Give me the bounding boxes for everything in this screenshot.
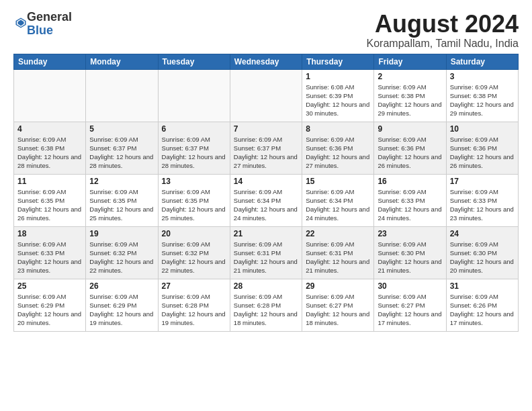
calendar-cell: 23Sunrise: 6:09 AM Sunset: 6:30 PM Dayli… — [374, 226, 446, 279]
day-number: 29 — [306, 281, 370, 291]
day-number: 16 — [378, 177, 442, 186]
day-info: Sunrise: 6:09 AM Sunset: 6:30 PM Dayligh… — [450, 240, 515, 275]
calendar-header-row: SundayMondayTuesdayWednesdayThursdayFrid… — [14, 54, 519, 69]
day-info: Sunrise: 6:09 AM Sunset: 6:36 PM Dayligh… — [306, 135, 370, 171]
logo-general-text: General — [27, 10, 72, 24]
day-number: 1 — [306, 72, 370, 81]
weekday-header-tuesday: Tuesday — [158, 54, 230, 69]
calendar-week-1: 1Sunrise: 6:08 AM Sunset: 6:39 PM Daylig… — [14, 69, 519, 122]
logo-blue-text: Blue — [27, 24, 53, 37]
calendar-cell: 31Sunrise: 6:09 AM Sunset: 6:26 PM Dayli… — [446, 279, 518, 331]
day-info: Sunrise: 6:09 AM Sunset: 6:32 PM Dayligh… — [89, 240, 154, 275]
day-info: Sunrise: 6:09 AM Sunset: 6:29 PM Dayligh… — [89, 292, 154, 328]
day-number: 8 — [306, 124, 370, 134]
day-number: 26 — [89, 281, 154, 291]
calendar-cell: 29Sunrise: 6:09 AM Sunset: 6:27 PM Dayli… — [302, 279, 374, 331]
calendar-week-3: 11Sunrise: 6:09 AM Sunset: 6:35 PM Dayli… — [14, 174, 519, 226]
day-info: Sunrise: 6:09 AM Sunset: 6:27 PM Dayligh… — [306, 292, 370, 328]
day-info: Sunrise: 6:09 AM Sunset: 6:30 PM Dayligh… — [378, 240, 442, 275]
calendar-cell: 3Sunrise: 6:09 AM Sunset: 6:38 PM Daylig… — [446, 69, 518, 122]
calendar-cell: 10Sunrise: 6:09 AM Sunset: 6:36 PM Dayli… — [446, 122, 518, 174]
calendar-cell: 7Sunrise: 6:09 AM Sunset: 6:37 PM Daylig… — [230, 122, 302, 174]
day-number: 14 — [234, 177, 298, 186]
day-info: Sunrise: 6:09 AM Sunset: 6:38 PM Dayligh… — [17, 135, 82, 171]
day-number: 31 — [450, 281, 515, 291]
calendar-cell: 25Sunrise: 6:09 AM Sunset: 6:29 PM Dayli… — [14, 279, 86, 331]
calendar-cell: 15Sunrise: 6:09 AM Sunset: 6:34 PM Dayli… — [302, 174, 374, 226]
day-info: Sunrise: 6:09 AM Sunset: 6:36 PM Dayligh… — [450, 135, 515, 171]
calendar-table: SundayMondayTuesdayWednesdayThursdayFrid… — [13, 54, 519, 332]
calendar-week-5: 25Sunrise: 6:09 AM Sunset: 6:29 PM Dayli… — [14, 279, 519, 331]
calendar-cell — [158, 69, 230, 122]
day-info: Sunrise: 6:09 AM Sunset: 6:32 PM Dayligh… — [162, 240, 226, 275]
calendar-cell: 19Sunrise: 6:09 AM Sunset: 6:32 PM Dayli… — [86, 226, 158, 279]
calendar-cell: 1Sunrise: 6:08 AM Sunset: 6:39 PM Daylig… — [302, 69, 374, 122]
day-number: 9 — [378, 124, 442, 134]
day-number: 13 — [162, 177, 226, 186]
weekday-header-wednesday: Wednesday — [230, 54, 302, 69]
day-number: 12 — [89, 177, 154, 186]
calendar-cell: 5Sunrise: 6:09 AM Sunset: 6:37 PM Daylig… — [86, 122, 158, 174]
day-info: Sunrise: 6:09 AM Sunset: 6:29 PM Dayligh… — [17, 292, 82, 328]
day-info: Sunrise: 6:09 AM Sunset: 6:35 PM Dayligh… — [162, 187, 226, 223]
day-info: Sunrise: 6:09 AM Sunset: 6:28 PM Dayligh… — [234, 292, 298, 328]
calendar-cell — [230, 69, 302, 122]
calendar-cell: 26Sunrise: 6:09 AM Sunset: 6:29 PM Dayli… — [86, 279, 158, 331]
day-info: Sunrise: 6:09 AM Sunset: 6:31 PM Dayligh… — [306, 240, 370, 275]
calendar-cell: 22Sunrise: 6:09 AM Sunset: 6:31 PM Dayli… — [302, 226, 374, 279]
day-number: 28 — [234, 281, 298, 291]
day-number: 25 — [17, 281, 82, 291]
weekday-header-sunday: Sunday — [14, 54, 86, 69]
calendar-body: 1Sunrise: 6:08 AM Sunset: 6:39 PM Daylig… — [14, 69, 519, 331]
logo-icon — [15, 17, 27, 29]
day-number: 3 — [450, 72, 515, 81]
calendar-cell: 6Sunrise: 6:09 AM Sunset: 6:37 PM Daylig… — [158, 122, 230, 174]
day-number: 15 — [306, 177, 370, 186]
day-number: 2 — [378, 72, 442, 81]
day-info: Sunrise: 6:09 AM Sunset: 6:37 PM Dayligh… — [89, 135, 154, 171]
day-number: 21 — [234, 229, 298, 238]
calendar-cell: 20Sunrise: 6:09 AM Sunset: 6:32 PM Dayli… — [158, 226, 230, 279]
calendar-cell: 12Sunrise: 6:09 AM Sunset: 6:35 PM Dayli… — [86, 174, 158, 226]
calendar-week-2: 4Sunrise: 6:09 AM Sunset: 6:38 PM Daylig… — [14, 122, 519, 174]
calendar-cell: 17Sunrise: 6:09 AM Sunset: 6:33 PM Dayli… — [446, 174, 518, 226]
day-info: Sunrise: 6:09 AM Sunset: 6:31 PM Dayligh… — [234, 240, 298, 275]
calendar-cell: 27Sunrise: 6:09 AM Sunset: 6:28 PM Dayli… — [158, 279, 230, 331]
calendar-cell: 24Sunrise: 6:09 AM Sunset: 6:30 PM Dayli… — [446, 226, 518, 279]
day-number: 22 — [306, 229, 370, 238]
day-number: 17 — [450, 177, 515, 186]
day-info: Sunrise: 6:09 AM Sunset: 6:37 PM Dayligh… — [234, 135, 298, 171]
weekday-header-saturday: Saturday — [446, 54, 518, 69]
day-number: 4 — [17, 124, 82, 134]
day-number: 11 — [17, 177, 82, 186]
day-number: 20 — [162, 229, 226, 238]
subtitle: Korampallam, Tamil Nadu, India — [367, 38, 519, 50]
day-number: 6 — [162, 124, 226, 134]
calendar-cell: 2Sunrise: 6:09 AM Sunset: 6:38 PM Daylig… — [374, 69, 446, 122]
day-info: Sunrise: 6:09 AM Sunset: 6:35 PM Dayligh… — [17, 187, 82, 223]
day-info: Sunrise: 6:09 AM Sunset: 6:26 PM Dayligh… — [450, 292, 515, 328]
calendar-cell: 9Sunrise: 6:09 AM Sunset: 6:36 PM Daylig… — [374, 122, 446, 174]
weekday-header-friday: Friday — [374, 54, 446, 69]
weekday-header-monday: Monday — [86, 54, 158, 69]
calendar-cell — [14, 69, 86, 122]
title-section: August 2024 Korampallam, Tamil Nadu, Ind… — [367, 11, 519, 50]
calendar-cell: 11Sunrise: 6:09 AM Sunset: 6:35 PM Dayli… — [14, 174, 86, 226]
day-number: 5 — [89, 124, 154, 134]
calendar-cell: 21Sunrise: 6:09 AM Sunset: 6:31 PM Dayli… — [230, 226, 302, 279]
calendar-cell: 14Sunrise: 6:09 AM Sunset: 6:34 PM Dayli… — [230, 174, 302, 226]
calendar-cell: 18Sunrise: 6:09 AM Sunset: 6:33 PM Dayli… — [14, 226, 86, 279]
logo: General Blue — [13, 11, 72, 38]
calendar-cell: 16Sunrise: 6:09 AM Sunset: 6:33 PM Dayli… — [374, 174, 446, 226]
main-title: August 2024 — [367, 11, 519, 38]
day-info: Sunrise: 6:09 AM Sunset: 6:28 PM Dayligh… — [162, 292, 226, 328]
calendar-cell: 30Sunrise: 6:09 AM Sunset: 6:27 PM Dayli… — [374, 279, 446, 331]
day-info: Sunrise: 6:09 AM Sunset: 6:37 PM Dayligh… — [162, 135, 226, 171]
calendar-cell: 28Sunrise: 6:09 AM Sunset: 6:28 PM Dayli… — [230, 279, 302, 331]
day-info: Sunrise: 6:09 AM Sunset: 6:33 PM Dayligh… — [378, 187, 442, 223]
day-info: Sunrise: 6:09 AM Sunset: 6:38 PM Dayligh… — [378, 83, 442, 118]
day-number: 30 — [378, 281, 442, 291]
calendar-cell: 13Sunrise: 6:09 AM Sunset: 6:35 PM Dayli… — [158, 174, 230, 226]
day-number: 7 — [234, 124, 298, 134]
day-info: Sunrise: 6:09 AM Sunset: 6:38 PM Dayligh… — [450, 83, 515, 118]
